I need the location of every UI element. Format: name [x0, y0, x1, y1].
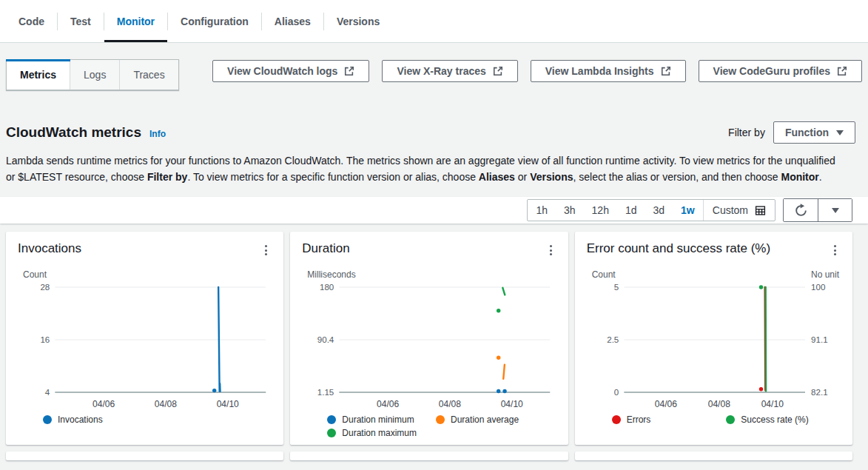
legend-swatch: [43, 415, 52, 424]
external-link-icon: [661, 66, 671, 76]
legend-item-success-rate-[interactable]: Success rate (%): [726, 414, 841, 425]
time-range-custom[interactable]: Custom: [703, 200, 775, 221]
axis-unit-labels: Milliseconds: [307, 269, 554, 280]
svg-text:04/10: 04/10: [761, 399, 784, 409]
svg-text:04/06: 04/06: [377, 399, 400, 409]
monitor-content: MetricsLogsTraces View CloudWatch logsVi…: [0, 59, 868, 460]
tab-aliases[interactable]: Aliases: [262, 0, 323, 42]
svg-text:04/08: 04/08: [707, 399, 730, 409]
svg-text:04/10: 04/10: [217, 399, 240, 409]
legend-label: Invocations: [58, 414, 103, 425]
description-segment: Filter by: [147, 171, 187, 183]
info-link[interactable]: Info: [149, 129, 166, 139]
button-label: View CodeGuru profiles: [713, 65, 830, 77]
external-link-icon: [493, 66, 503, 76]
metrics-description: Lambda sends runtime metrics for your fu…: [6, 153, 835, 185]
legend-item-duration-average[interactable]: Duration average: [436, 414, 519, 425]
svg-text:04/08: 04/08: [439, 399, 462, 409]
description-segment: Aliases: [479, 171, 515, 183]
time-toolbar: 1h3h12h1d3d1wCustom: [0, 197, 868, 224]
button-label: View X-Ray traces: [397, 65, 485, 77]
left-axis-unit: Count: [592, 269, 616, 280]
chart-title: Duration: [302, 241, 349, 256]
next-row-card-stub: [290, 451, 568, 460]
calendar-icon: [755, 205, 766, 216]
function-tab-bar: CodeTestMonitorConfigurationAliasesVersi…: [0, 0, 868, 43]
chevron-down-icon: [836, 130, 844, 135]
button-label: View Lambda Insights: [545, 65, 654, 77]
tab-monitor[interactable]: Monitor: [104, 0, 167, 42]
chart-legend: Duration minimumDuration averageDuration…: [327, 414, 556, 438]
chart-legend: ErrorsSuccess rate (%): [612, 414, 841, 425]
chart-legend: Invocations: [43, 414, 272, 425]
view-x-ray-traces-button[interactable]: View X-Ray traces: [382, 60, 517, 82]
refresh-button[interactable]: [784, 199, 818, 221]
tab-configuration[interactable]: Configuration: [168, 0, 261, 42]
action-buttons: View CloudWatch logsView X-Ray tracesVie…: [212, 60, 862, 82]
chart-header: Invocations: [18, 241, 272, 259]
time-range-3d[interactable]: 3d: [645, 200, 673, 221]
custom-label: Custom: [713, 204, 748, 216]
filter-by-wrap: Filter by Function: [728, 121, 855, 144]
svg-text:82.1: 82.1: [811, 388, 827, 397]
tab-versions[interactable]: Versions: [324, 0, 392, 42]
subtab-row: MetricsLogsTraces View CloudWatch logsVi…: [6, 59, 862, 90]
right-axis-unit: No unit: [811, 269, 839, 280]
svg-text:04/10: 04/10: [501, 399, 524, 409]
chart-menu-icon[interactable]: [545, 241, 556, 259]
chart-card-2: Error count and success rate (%)CountNo …: [575, 232, 852, 445]
legend-label: Duration maximum: [342, 428, 417, 438]
monitor-subtabs: MetricsLogsTraces: [6, 59, 179, 90]
legend-swatch: [726, 415, 735, 424]
time-range-1d[interactable]: 1d: [617, 200, 645, 221]
filter-function-dropdown[interactable]: Function: [773, 121, 855, 144]
legend-swatch: [327, 429, 336, 437]
legend-label: Success rate (%): [741, 414, 808, 425]
left-axis-unit: Milliseconds: [307, 269, 355, 280]
svg-text:5: 5: [614, 283, 619, 292]
time-range-group: 1h3h12h1d3d1wCustom: [527, 199, 776, 221]
left-axis-unit: Count: [23, 269, 47, 280]
external-link-icon: [344, 66, 354, 76]
tab-test[interactable]: Test: [58, 0, 104, 42]
function-tabs: CodeTestMonitorConfigurationAliasesVersi…: [6, 0, 392, 42]
tab-code[interactable]: Code: [6, 0, 57, 42]
heading-left: CloudWatch metrics Info: [6, 124, 166, 141]
legend-item-errors[interactable]: Errors: [612, 414, 727, 425]
legend-item-duration-minimum[interactable]: Duration minimum: [327, 414, 417, 425]
description-segment: or: [515, 171, 530, 183]
svg-text:90.4: 90.4: [317, 335, 334, 344]
svg-text:16: 16: [40, 335, 50, 344]
view-lambda-insights-button[interactable]: View Lambda Insights: [531, 60, 686, 82]
chart-plot-area: 18090.41.1504/0604/0804/10: [302, 281, 556, 414]
legend-item-invocations[interactable]: Invocations: [43, 414, 103, 425]
chevron-down-icon: [832, 208, 839, 213]
chart-menu-icon[interactable]: [260, 241, 272, 259]
svg-text:91.1: 91.1: [811, 335, 827, 344]
time-range-3h[interactable]: 3h: [556, 200, 584, 221]
legend-label: Duration minimum: [342, 414, 414, 425]
chart-header: Duration: [302, 241, 556, 259]
refresh-options-button[interactable]: [818, 199, 852, 221]
description-segment: Versions: [530, 171, 573, 183]
subtab-traces[interactable]: Traces: [120, 60, 178, 90]
refresh-group: [783, 198, 852, 222]
chart-card-1: DurationMilliseconds18090.41.1504/0604/0…: [290, 232, 568, 445]
description-segment: . To view metrics for a specific functio…: [187, 171, 478, 183]
legend-item-duration-maximum[interactable]: Duration maximum: [327, 428, 417, 438]
view-codeguru-profiles-button[interactable]: View CodeGuru profiles: [699, 60, 862, 82]
time-range-1w[interactable]: 1w: [673, 200, 703, 221]
filter-by-label: Filter by: [728, 127, 765, 138]
legend-label: Errors: [627, 414, 651, 425]
svg-text:0: 0: [614, 388, 619, 397]
time-range-1h[interactable]: 1h: [528, 200, 556, 221]
view-cloudwatch-logs-button[interactable]: View CloudWatch logs: [212, 60, 369, 82]
page-title: CloudWatch metrics: [6, 124, 141, 141]
subtab-metrics[interactable]: Metrics: [7, 60, 70, 90]
description-segment: .: [819, 171, 822, 183]
time-range-12h[interactable]: 12h: [584, 200, 617, 221]
subtab-logs[interactable]: Logs: [70, 60, 120, 90]
chart-title: Invocations: [18, 241, 81, 256]
metrics-heading-row: CloudWatch metrics Info Filter by Functi…: [6, 121, 855, 144]
chart-menu-icon[interactable]: [830, 241, 841, 259]
